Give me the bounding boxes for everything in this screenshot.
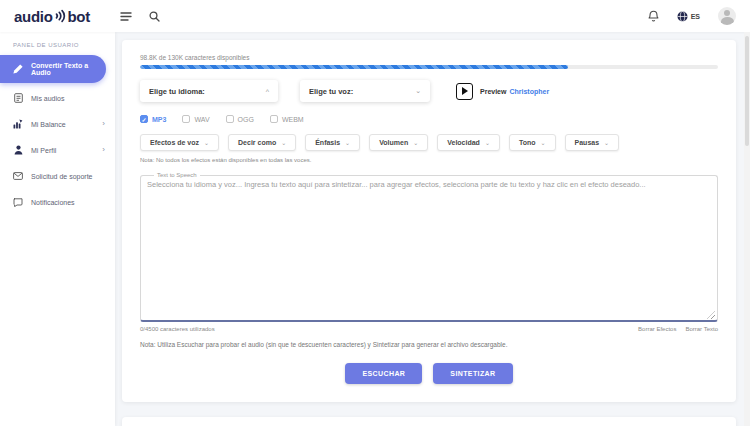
character-counter: 0/4500 caracteres utilizados [140,326,215,332]
effect-dropdown-decir-como[interactable]: Decir como⌄ [228,134,296,151]
text-to-speech-fieldset: Text to Speech [140,172,718,322]
text-to-speech-input[interactable] [147,180,711,312]
chevron-right-icon: › [102,146,115,154]
logo[interactable]: audio bot [14,8,90,25]
preview-label: PreviewChristopher [480,88,549,95]
format-options: ✓ MP3 WAV OGG WEBM [140,115,718,123]
sidebar-item-solicitud-de-soporte[interactable]: Solicitud de soporte [0,163,115,189]
mail-icon [13,171,23,181]
user-icon [13,145,23,155]
format-label: WEBM [282,116,304,123]
caret-down-icon: ⌄ [281,139,286,146]
checkbox-icon [226,115,234,123]
globe-icon [677,11,688,22]
sidebar: PANEL DE USUARIO Convertir Texto a Audio… [0,32,115,426]
format-option-wav[interactable]: WAV [182,115,209,123]
listen-button[interactable]: ESCUCHAR [345,363,422,384]
format-option-ogg[interactable]: OGG [226,115,254,123]
chevron-right-icon: › [102,120,115,128]
synthesize-button[interactable]: SINTETIZAR [433,363,512,384]
caret-down-icon: ⌄ [485,139,490,146]
chat-bubble-icon [13,197,23,207]
effects-note: Nota: No todos los efectos están disponi… [140,157,718,163]
format-option-mp3[interactable]: ✓ MP3 [140,115,166,123]
page-scrollbar[interactable] [744,32,750,426]
checkbox-icon [270,115,278,123]
user-avatar[interactable] [718,7,736,25]
results-card: Resultados(Hoy) [122,417,736,426]
caret-down-icon: ⌄ [415,87,421,95]
search-icon[interactable] [149,11,160,22]
preview-play-button[interactable] [456,83,473,100]
effect-dropdown-efectos-de-voz[interactable]: Efectos de voz⌄ [140,134,219,151]
sidebar-item-notificaciones[interactable]: Notificaciones [0,189,115,215]
usage-note: Nota: Utiliza Escuchar para probar el au… [140,341,718,348]
sidebar-item-mi-perfil[interactable]: Mi Perfil › [0,137,115,163]
sidebar-item-convertir-texto-a-audio[interactable]: Convertir Texto a Audio [0,55,106,83]
effects-toolbar: Efectos de voz⌄ Decir como⌄ Énfasis⌄ Vol… [140,134,718,151]
scrollbar-thumb[interactable] [745,36,749,146]
caret-down-icon: ⌄ [604,139,609,146]
credits-progress-fill [140,65,568,69]
caret-down-icon: ⌄ [541,139,546,146]
sidebar-item-label: Convertir Texto a Audio [31,62,106,76]
sidebar-section-label: PANEL DE USUARIO [0,32,115,55]
caret-down-icon: ⌄ [413,139,418,146]
caret-down-icon: ⌄ [204,139,209,146]
preview-voice-name: Christopher [509,88,549,95]
sound-wave-icon [55,9,66,23]
language-switcher[interactable]: ES [677,11,700,22]
sidebar-item-mis-audios[interactable]: Mis audios [0,85,115,111]
resize-grip-icon[interactable] [707,311,715,319]
checkbox-checked-icon: ✓ [140,115,148,123]
logo-text-audio: audio [14,8,53,25]
format-option-webm[interactable]: WEBM [270,115,304,123]
format-label: OGG [238,116,254,123]
logo-text-bot: bot [68,8,90,25]
pencil-icon [13,64,23,74]
app-window: audio bot [0,0,750,426]
effect-dropdown-velocidad[interactable]: Velocidad⌄ [437,134,500,151]
hamburger-menu-icon[interactable] [120,12,132,21]
voice-select-label: Elige tu voz: [309,87,353,96]
language-code-label: ES [691,13,700,20]
effect-dropdown-enfasis[interactable]: Énfasis⌄ [305,134,360,151]
top-bar: audio bot [0,0,750,32]
main-content: 98.8K de 130K caracteres disponibles Eli… [115,32,744,426]
effect-dropdown-pausas[interactable]: Pausas⌄ [565,134,620,151]
sidebar-item-mi-balance[interactable]: Mi Balance › [0,111,115,137]
caret-down-icon: ⌄ [345,139,350,146]
text-to-audio-card: 98.8K de 130K caracteres disponibles Eli… [122,40,736,402]
checkbox-icon [182,115,190,123]
clear-effects-link[interactable]: Borrar Efectos [638,326,676,332]
format-label: MP3 [152,116,166,123]
balance-chart-icon [13,119,23,129]
sidebar-item-label: Notificaciones [31,199,75,206]
language-select-label: Elige tu idioma: [149,87,205,96]
credits-progress-bar [140,65,718,69]
effect-dropdown-tono[interactable]: Tono⌄ [509,134,556,151]
sidebar-item-label: Mis audios [31,95,64,102]
audio-file-icon [13,93,23,103]
textarea-label: Text to Speech [154,172,200,178]
clear-text-link[interactable]: Borrar Texto [685,326,718,332]
caret-up-icon: ^ [266,88,269,95]
sidebar-item-label: Mi Perfil [31,147,56,154]
format-label: WAV [194,116,209,123]
effect-dropdown-volumen[interactable]: Volumen⌄ [369,134,428,151]
language-select[interactable]: Elige tu idioma: ^ [140,80,278,102]
credits-remaining-label: 98.8K de 130K caracteres disponibles [140,54,718,61]
notifications-bell-icon[interactable] [648,10,659,22]
voice-select[interactable]: Elige tu voz: ⌄ [300,80,430,102]
play-icon [462,87,468,95]
sidebar-item-label: Mi Balance [31,121,66,128]
sidebar-item-label: Solicitud de soporte [31,173,92,180]
